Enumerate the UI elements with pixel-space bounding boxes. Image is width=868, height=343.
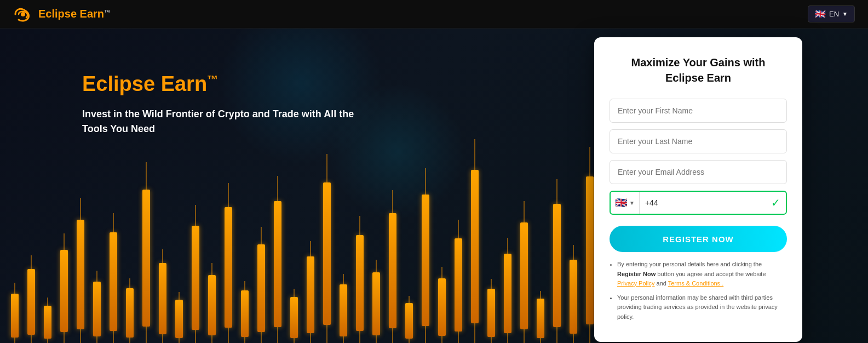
svg-rect-57 [307,256,314,333]
svg-rect-36 [192,226,199,330]
svg-rect-33 [175,300,183,338]
svg-rect-30 [159,263,166,334]
svg-rect-6 [27,269,35,335]
svg-rect-15 [77,220,84,329]
svg-rect-69 [372,272,380,335]
svg-rect-21 [110,232,117,331]
svg-rect-48 [257,244,265,332]
svg-rect-3 [11,294,19,338]
svg-rect-99 [537,299,544,338]
svg-point-0 [21,12,25,16]
email-group [610,160,787,184]
svg-rect-96 [520,222,528,329]
svg-rect-51 [274,201,281,327]
svg-rect-87 [471,170,479,323]
chevron-down-icon: ▼ [842,11,848,17]
logo-area: Eclipse Earn™ [13,7,110,22]
svg-rect-105 [570,260,577,334]
tagline: Invest in the Wild Frontier of Crypto an… [82,107,354,136]
phone-group: 🇬🇧 ▼ ✓ [610,191,787,215]
lang-label: EN [829,10,839,18]
last-name-input[interactable] [610,129,787,153]
register-button[interactable]: REGISTER NOW [610,226,787,252]
last-name-group [610,129,787,153]
svg-rect-42 [225,207,232,328]
card-title: Maximize Your Gains with Eclipse Earn [610,55,787,85]
svg-rect-45 [241,290,249,337]
svg-rect-93 [504,254,511,333]
phone-field: 🇬🇧 ▼ ✓ [610,191,787,215]
svg-rect-39 [208,275,216,335]
phone-dropdown-arrow-icon: ▼ [629,200,635,206]
svg-rect-78 [422,195,429,326]
svg-rect-108 [586,176,594,324]
svg-rect-81 [438,278,446,336]
terms-conditions-link[interactable]: Terms & Conditions . [668,280,723,287]
svg-rect-75 [405,303,413,339]
svg-rect-60 [323,182,331,325]
svg-rect-12 [60,250,68,332]
privacy-policy-link[interactable]: Privacy Policy [617,280,654,287]
disclaimer-text: By entering your personal details here a… [610,260,787,322]
svg-rect-54 [290,297,298,338]
first-name-group [610,99,787,123]
flag-icon: 🇬🇧 [815,9,826,19]
svg-rect-18 [93,282,101,336]
left-content: Eclipse Earn™ Invest in the Wild Frontie… [82,72,354,136]
svg-rect-9 [44,306,51,339]
email-input[interactable] [610,160,787,184]
svg-rect-102 [553,204,561,327]
svg-rect-24 [126,288,134,338]
register-card: Maximize Your Gains with Eclipse Earn 🇬🇧… [594,37,802,342]
phone-flag-selector[interactable]: 🇬🇧 ▼ [611,192,640,214]
logo-icon [13,7,33,22]
svg-rect-90 [487,289,495,337]
phone-input[interactable] [640,198,771,207]
language-button[interactable]: 🇬🇧 EN ▼ [808,5,855,22]
svg-rect-84 [455,238,462,331]
svg-rect-27 [142,190,150,327]
first-name-input[interactable] [610,99,787,123]
svg-rect-63 [340,284,347,336]
phone-flag-icon: 🇬🇧 [615,197,627,209]
header: Eclipse Earn™ 🇬🇧 EN ▼ [0,0,868,28]
brand-title: Eclipse Earn™ [82,72,354,96]
phone-check-icon: ✓ [771,196,786,209]
svg-rect-66 [356,235,364,331]
logo-text: Eclipse Earn™ [38,8,110,20]
svg-rect-72 [389,213,396,328]
